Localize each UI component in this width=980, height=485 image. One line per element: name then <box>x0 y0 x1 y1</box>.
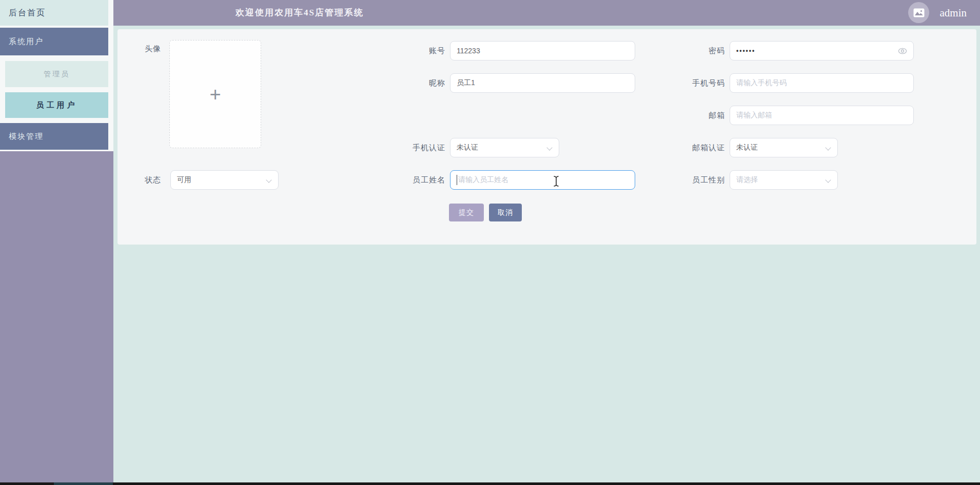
sidebar: 后台首页 系统用户 管理员 员工用户 模块管理 <box>0 0 113 485</box>
chevron-down-icon <box>825 145 831 150</box>
password-label: 密码 <box>612 41 725 60</box>
cancel-button[interactable]: 取消 <box>489 204 522 221</box>
status-label: 状态 <box>67 170 161 190</box>
page-title: 欢迎使用农用车4S店管理系统 <box>236 0 364 26</box>
staff-gender-select[interactable]: 请选择 <box>730 170 838 190</box>
nickname-value: 员工1 <box>457 78 475 88</box>
ibeam-cursor <box>553 175 560 189</box>
sidebar-filler <box>0 151 113 482</box>
staff-gender-placeholder: 请选择 <box>736 175 758 185</box>
phone-verify-select[interactable]: 未认证 <box>450 138 559 157</box>
phone-verify-label: 手机认证 <box>332 138 445 157</box>
bottom-edge-accent <box>54 482 113 485</box>
email-input[interactable]: 请输入邮箱 <box>730 106 914 125</box>
nickname-label: 昵称 <box>332 73 445 93</box>
email-verify-label: 邮箱认证 <box>612 138 725 157</box>
account-value: 112233 <box>457 47 480 55</box>
avatar-field-label: 头像 <box>67 44 161 54</box>
bottom-window-edge <box>0 482 980 485</box>
password-input[interactable]: •••••• <box>730 41 914 60</box>
account-input[interactable]: 112233 <box>450 41 635 60</box>
sidebar-item-module-management[interactable]: 模块管理 <box>0 123 108 150</box>
phone-input[interactable]: 请输入手机号码 <box>730 73 914 93</box>
staff-name-label: 员工姓名 <box>332 170 445 190</box>
email-verify-value: 未认证 <box>736 143 758 152</box>
status-select[interactable]: 可用 <box>170 170 279 190</box>
chevron-down-icon <box>546 145 552 150</box>
email-placeholder: 请输入邮箱 <box>736 111 772 120</box>
chevron-down-icon <box>825 177 831 183</box>
username-label[interactable]: admin <box>940 0 967 26</box>
text-caret <box>457 175 457 185</box>
app-window: 后台首页 系统用户 管理员 员工用户 模块管理 欢迎使用农用车4S店管理系统 a… <box>0 0 980 485</box>
account-label: 账号 <box>332 41 445 60</box>
staff-name-placeholder: 请输入员工姓名 <box>458 175 508 185</box>
header-bar: 欢迎使用农用车4S店管理系统 admin <box>113 0 980 26</box>
status-value: 可用 <box>177 175 191 185</box>
phone-verify-value: 未认证 <box>457 143 478 152</box>
sidebar-item-staff-users[interactable]: 员工用户 <box>5 92 108 118</box>
password-value: •••••• <box>736 47 755 54</box>
image-icon <box>913 8 925 17</box>
email-label: 邮箱 <box>612 106 725 125</box>
avatar-upload-box[interactable]: + <box>169 40 261 148</box>
sidebar-item-administrators[interactable]: 管理员 <box>5 61 108 87</box>
staff-gender-label: 员工性别 <box>612 170 725 190</box>
sidebar-item-home[interactable]: 后台首页 <box>0 0 108 26</box>
submit-button[interactable]: 提交 <box>449 204 484 221</box>
staff-name-input[interactable]: 请输入员工姓名 <box>450 170 635 190</box>
email-verify-select[interactable]: 未认证 <box>730 138 838 157</box>
nickname-input[interactable]: 员工1 <box>450 73 635 93</box>
plus-icon: + <box>209 85 221 104</box>
chevron-down-icon <box>266 177 271 183</box>
eye-icon[interactable] <box>898 47 907 56</box>
phone-label: 手机号码 <box>612 73 725 93</box>
phone-placeholder: 请输入手机号码 <box>736 78 787 88</box>
user-avatar[interactable] <box>908 2 929 23</box>
